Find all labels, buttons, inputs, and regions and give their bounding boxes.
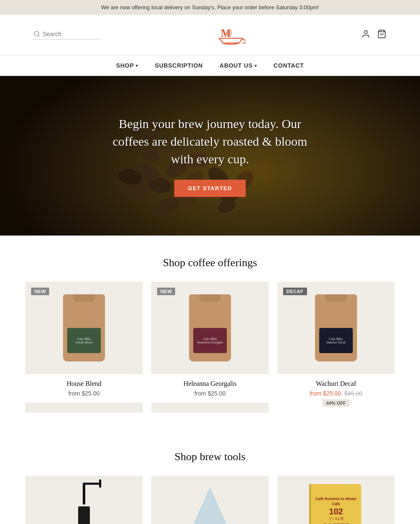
- product-image-area: Cafe Milo Wachuri Decaf: [277, 282, 395, 374]
- account-icon[interactable]: [361, 29, 370, 40]
- brew-tool-pourover[interactable]: [151, 476, 269, 524]
- product-badge-decaf: DECAF: [283, 288, 307, 295]
- discount-badge: 44% OFF: [323, 399, 349, 407]
- brew-tool-grinder[interactable]: [25, 476, 143, 524]
- bag-brand: Cafe Milo: [203, 337, 217, 341]
- hero-cta-button[interactable]: GET STARTED: [174, 180, 245, 197]
- nav-shop[interactable]: SHOP ▾: [116, 62, 138, 69]
- product-card-heleanna[interactable]: NEW Cafe Milo Heleanna Georgalis Heleann…: [151, 282, 269, 413]
- product-name: Heleanna Georgalis: [157, 380, 263, 388]
- svg-point-0: [34, 31, 39, 36]
- svg-text:M: M: [221, 27, 231, 39]
- brew-section-title: Shop brew tools: [0, 451, 420, 463]
- chevron-down-icon: ▾: [255, 63, 257, 68]
- nav-contact[interactable]: CONTACT: [273, 62, 304, 69]
- bag-product-name: Heleanna Georgalis: [197, 341, 223, 344]
- hero-title: Begin your brew journey today. Our coffe…: [101, 115, 319, 168]
- product-badge-new: NEW: [157, 288, 175, 295]
- sale-price: from $25.00: [310, 390, 341, 397]
- svg-marker-20: [193, 488, 227, 524]
- coffee-bag-visual: Cafe Milo House Blend: [63, 294, 105, 362]
- search-icon: [34, 31, 40, 37]
- brew-tools-grid: Cafe Rommie to Mister Cafe 102 ブ～4人用 COF…: [0, 476, 420, 524]
- grinder-image: [76, 484, 92, 524]
- header: M: [0, 15, 420, 55]
- product-price-sale: from $25.00 $45.00: [283, 390, 389, 397]
- hero-content: Begin your brew journey today. Our coffe…: [92, 115, 328, 197]
- product-info: Wachuri Decaf from $25.00 $45.00 44% OFF: [277, 374, 395, 413]
- product-card-decaf[interactable]: DECAF Cafe Milo Wachuri Decaf Wachuri De…: [277, 282, 395, 413]
- svg-line-1: [38, 35, 39, 37]
- chevron-down-icon: ▾: [136, 63, 138, 68]
- main-nav: SHOP ▾ SUBSCRIPTION ABOUT US ▾ CONTACT: [0, 55, 420, 76]
- product-image-area: Cafe Milo Heleanna Georgalis: [151, 282, 269, 374]
- product-price: from $25.00: [157, 390, 263, 397]
- logo[interactable]: M: [216, 22, 246, 47]
- product-price: from $25.00: [31, 390, 137, 397]
- coffee-bag-visual: Cafe Milo Wachuri Decaf: [315, 294, 357, 362]
- product-info: House Blend from $25.00: [25, 374, 143, 403]
- product-name: Wachuri Decaf: [283, 380, 389, 388]
- bag-label: Cafe Milo Heleanna Georgalis: [193, 328, 227, 353]
- bag-brand: Cafe Milo: [329, 337, 343, 341]
- product-image-area: Cafe Milo House Blend: [25, 282, 143, 374]
- product-grid: NEW Cafe Milo House Blend House Blend fr…: [0, 282, 420, 430]
- bag-product-name: Wachuri Decaf: [326, 341, 346, 344]
- brew-tool-book[interactable]: Cafe Rommie to Mister Cafe 102 ブ～4人用 COF…: [277, 476, 395, 524]
- search-container: [34, 31, 101, 39]
- header-icons: [361, 29, 386, 40]
- svg-point-3: [364, 31, 367, 34]
- announcement-bar: We are now offering local delivery on Su…: [0, 0, 420, 15]
- bag-product-name: House Blend: [76, 341, 92, 344]
- product-badge-new: NEW: [31, 288, 49, 295]
- nav-subscription[interactable]: SUBSCRIPTION: [155, 62, 203, 69]
- product-name: House Blend: [31, 380, 137, 388]
- product-info: Heleanna Georgalis from $25.00: [151, 374, 269, 403]
- nav-about[interactable]: ABOUT US ▾: [220, 62, 257, 69]
- hero-section: Begin your brew journey today. Our coffe…: [0, 76, 420, 236]
- cart-icon[interactable]: [377, 29, 386, 40]
- coffee-section-title: Shop coffee offerings: [0, 257, 420, 269]
- bag-label: Cafe Milo House Blend: [67, 328, 101, 353]
- coffee-bag-visual: Cafe Milo Heleanna Georgalis: [189, 294, 231, 362]
- announcement-text: We are now offering local delivery on Su…: [101, 4, 319, 10]
- book-image: Cafe Rommie to Mister Cafe 102 ブ～4人用 COF…: [311, 484, 361, 524]
- search-input[interactable]: [43, 31, 97, 37]
- product-card-house-blend[interactable]: NEW Cafe Milo House Blend House Blend fr…: [25, 282, 143, 413]
- pourover-image: [189, 484, 231, 524]
- bag-label: Cafe Milo Wachuri Decaf: [319, 328, 353, 353]
- original-price: $45.00: [344, 390, 362, 397]
- bag-brand: Cafe Milo: [77, 337, 91, 341]
